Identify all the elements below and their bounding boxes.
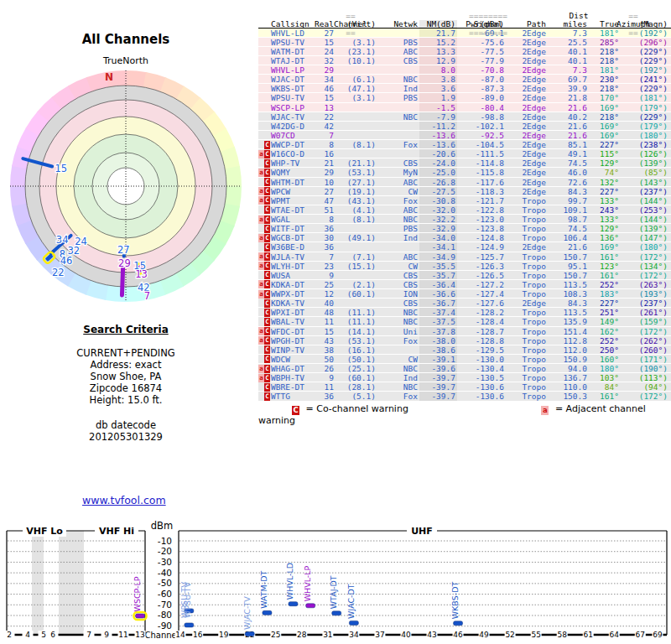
cell-virtual-channel [336, 65, 377, 74]
cell-noise-margin: -38.0 [419, 336, 457, 345]
cell-callsign: W42DG-D [270, 122, 307, 130]
table-row-wbal-tv: CWBAL-TV11(11.1)NBC-37.5-128.4Tropo135.9… [258, 317, 671, 326]
adjacent-warning-icon [258, 122, 264, 130]
cell-true-azimuth: 251° [589, 308, 621, 316]
cell-noise-margin: -35.7 [419, 271, 457, 279]
cell-path: Tropo [506, 271, 548, 279]
db-datecode-label: db datecode [0, 419, 252, 431]
adjacent-warning-icon: a [258, 169, 264, 177]
cell-magnetic-azimuth: (237°) [621, 299, 669, 307]
radar-title: All Channels [0, 32, 252, 47]
cell-magnetic-azimuth: (229°) [621, 56, 669, 65]
channel-tick-label: 11 [118, 631, 127, 639]
cell-noise-margin: 3.8 [419, 75, 457, 83]
channel-tick-label: 16 [193, 631, 203, 639]
cell-magnetic-azimuth: (180°) [621, 242, 669, 251]
cell-true-azimuth: 218° [589, 112, 621, 121]
cell-true-azimuth: 252° [589, 280, 621, 288]
table-row-w16co-d: aCW16CO-D16-20.6-111.52Edge49.1115°(126°… [258, 149, 671, 158]
station-callsign-label: WHVL-LP [303, 565, 312, 601]
cell-network: CBS [377, 56, 419, 65]
cell-true-azimuth: 252° [589, 336, 621, 345]
cell-power: -129.5 [457, 345, 506, 354]
tvfool-link[interactable]: www.tvfool.com [82, 494, 166, 506]
cell-real-channel: 43 [307, 336, 336, 345]
dbm-axis-label: dBm [151, 520, 173, 532]
cell-power: -128.8 [457, 336, 506, 345]
cell-callsign: WWCP-DT [270, 140, 307, 148]
station-callsign-label: WJAC-DT [346, 584, 356, 619]
cell-true-azimuth: 169° [589, 122, 621, 130]
cell-path: Tropo [506, 252, 548, 261]
table-row-wdcw: CWDCW50(50.1)CW-39.1-130.0Tropo150.9160°… [258, 355, 671, 364]
cell-network [377, 345, 419, 354]
cell-virtual-channel: (53.1) [336, 168, 377, 176]
cell-power: -117.6 [457, 178, 506, 186]
adjacent-warning-icon [258, 205, 264, 214]
cell-network: ABC [377, 178, 419, 186]
cell-real-channel: 50 [307, 355, 336, 363]
cell-power: -128.2 [457, 308, 506, 316]
co-channel-warning-icon: C [264, 159, 270, 168]
cell-distance-miles: 113.5 [548, 280, 589, 288]
co-channel-warning-icon: C [292, 406, 299, 415]
cell-power: -124.9 [457, 242, 506, 251]
cell-virtual-channel: (43.1) [336, 196, 377, 205]
cell-distance-miles: 109.1 [548, 205, 589, 214]
channel-tick-label: 6 [50, 631, 55, 639]
cell-network: NBC [377, 215, 419, 223]
table-row-wqmy: aCWQMY29(53.1)MyN-25.0-115.82Edge46.074°… [258, 168, 671, 177]
cell-noise-margin: -36.7 [419, 299, 457, 307]
table-row-wpxi-dt: CWPXI-DT48(11.1)NBC-37.4-128.2Tropo113.5… [258, 308, 671, 317]
cell-virtual-channel: (7.1) [336, 252, 377, 261]
table-row-wgal: aCWGAL8(8.1)NBC-32.2-123.0Tropo98.7133°(… [258, 215, 671, 224]
table-row-whvl-lp: WHVL-LP298.0-70.82Edge7.3181°(192°) [258, 65, 671, 75]
cell-noise-margin: -30.8 [419, 196, 457, 205]
co-channel-warning-icon [264, 103, 270, 112]
cell-noise-margin: -35.5 [419, 262, 457, 270]
cell-path: Tropo [506, 382, 548, 391]
co-channel-warning-icon: C [264, 169, 270, 177]
cell-callsign: WLYH-DT [270, 262, 307, 270]
cell-magnetic-azimuth: (192°) [621, 65, 669, 74]
col-warn-c [264, 20, 270, 28]
cell-distance-miles: 98.7 [548, 215, 589, 223]
cell-noise-margin: -37.4 [419, 308, 457, 316]
co-channel-warning-icon: C [264, 262, 270, 270]
cell-distance-miles: 21.8 [548, 93, 589, 101]
cell-callsign: WJAC-TV [270, 112, 307, 121]
cell-noise-margin: -20.6 [419, 149, 457, 158]
cell-magnetic-azimuth: (190°) [621, 364, 669, 372]
cell-noise-margin: -24.0 [419, 158, 457, 167]
adjacent-warning-icon: a [258, 252, 264, 261]
table-row-wpsu-tv: WPSU-TV15(3.1)PBS1.9-89.02Edge21.8170°(1… [258, 93, 671, 102]
cell-path: Tropo [506, 317, 548, 325]
cell-network: ABC [377, 252, 419, 261]
station-callsign-label: WKBS-DT [450, 582, 460, 620]
cell-true-azimuth: 136° [589, 233, 621, 242]
cell-distance-miles: 40.2 [548, 112, 589, 121]
cell-true-azimuth: 133° [589, 215, 621, 223]
cell-network: CW [377, 187, 419, 195]
cell-power: -70.8 [457, 65, 506, 74]
cell-path: Tropo [506, 392, 548, 400]
station-signal-bar [289, 602, 298, 606]
radar-marker-line [122, 268, 122, 295]
cell-callsign: W16CO-D [270, 149, 307, 158]
adjacent-warning-icon: a [258, 365, 264, 373]
db-datecode-value: 201205301329 [0, 431, 252, 443]
co-channel-warning-icon: C [264, 365, 270, 373]
cell-virtual-channel: (4.1) [336, 205, 377, 214]
channel-axis-label: Channel [144, 631, 179, 640]
adjacent-warning-icon: a [258, 262, 264, 270]
cell-callsign: WHVL-LP [270, 65, 307, 74]
search-criteria-line: Address: exact [0, 359, 252, 371]
channel-tick-label: 55 [531, 631, 540, 639]
cell-callsign: WPCW [270, 187, 307, 195]
cell-distance-miles: 110.0 [548, 382, 589, 391]
cell-true-azimuth: 169° [589, 103, 621, 112]
cell-virtual-channel [336, 224, 377, 232]
cell-noise-margin: -37.8 [419, 327, 457, 335]
cell-true-azimuth: 285° [589, 38, 621, 46]
cell-network: Ind [377, 233, 419, 242]
